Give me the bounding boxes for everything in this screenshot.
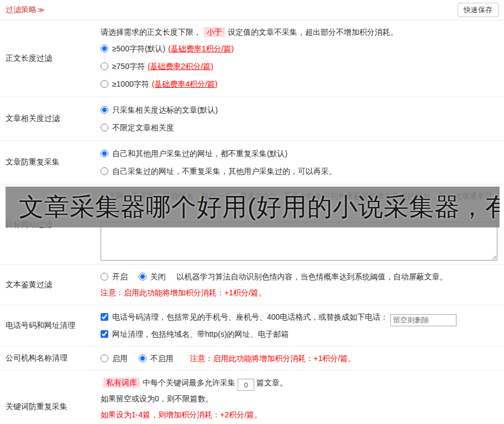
row-content-company-cleanup: 启用 不启用 注意：启用此功能将增加积分消耗：+1积分/篇。 (97, 347, 504, 370)
option-label: 自己和其他用户采集过的网址，都不重复采集(默认) (112, 149, 287, 158)
radio-porn-off[interactable] (139, 273, 146, 280)
filter-strategy-page: 过滤策略≫ 快速保存 正文长度过滤 请选择需求的正文长度下限，小于设定值的文章不… (0, 0, 504, 424)
url-cleanup-line: 网址清理，包括纯域名、带http(s)的网址、电子邮箱 (101, 326, 497, 342)
option-line: ≥1000字符(基础费率4积分/篇) (101, 75, 497, 93)
blocked-sites-textarea[interactable] (101, 222, 497, 261)
phone-cleanup-line: 电话号码清理，包括常见的手机号、座机号、400电话格式，或替换成如下电话： (101, 309, 497, 326)
option-length-750[interactable]: ≥750字符(基础费率2积分/篇) (101, 62, 213, 71)
option-label: 关闭 (150, 272, 166, 281)
porn-options-line: 开启 关闭 以机器学习算法自动识别色情内容，当色情概率达到系统阈值，自动屏蔽文章… (101, 269, 497, 285)
option-line: 只采集相关度达标的文章(默认) (101, 101, 497, 119)
keyword-note-zero: 如果留空或设为0，则不限篇数。 (101, 391, 497, 407)
row-label-keyword-dedup: 关键词防重复采集 (0, 371, 97, 424)
option-relevance-any[interactable]: 不限定文章相关度 (101, 123, 174, 132)
chevron-double-icon: ≫ (38, 6, 45, 14)
radio-relevance-strict[interactable] (101, 106, 108, 114)
row-content-body-length: 请选择需求的正文长度下限，小于设定值的文章不采集，超出部分不增加积分消耗。 ≥5… (97, 20, 504, 97)
option-label: 电话号码清理，包括常见的手机号、座机号、400电话格式，或替换成如下电话： (112, 312, 388, 321)
option-label: 启用 (112, 354, 128, 363)
row-label-relevance: 文章相关度过滤 (0, 97, 97, 140)
intro-text-pre: 请选择需求的正文长度下限， (101, 28, 201, 36)
row-company-name-cleanup: 公司机构名称清理 启用 不启用 注意：启用此功能将增加积分消耗：+1积分/篇。 (0, 347, 504, 371)
row-label-phone-cleanup: 电话号码和网址清理 (0, 305, 97, 346)
option-line: ≥750字符(基础费率2积分/篇) (101, 57, 497, 75)
option-line: 自己和其他用户采集过的网址，都不重复采集(默认) (101, 145, 497, 162)
radio-company-on[interactable] (101, 354, 108, 362)
quick-save-button[interactable]: 快速保存 (458, 3, 498, 17)
option-relevance-strict[interactable]: 只采集相关度达标的文章(默认) (101, 105, 218, 114)
option-line: 不限定文章相关度 (101, 119, 497, 136)
radio-length-500[interactable] (101, 45, 108, 52)
keyword-note-cost: 如果设为1-4篇，则增加积分消耗：+2积分/篇。 (101, 407, 497, 423)
checkbox-url-cleanup[interactable] (101, 330, 108, 338)
option-label: ≥500字符(默认) (112, 44, 165, 53)
option-label: ≥750字符 (112, 62, 145, 71)
option-line: 自己采集过的网址，不重复采集，其他用户采集过的，可以再采。 (101, 162, 497, 180)
option-dedup-own-only[interactable]: 自己采集过的网址，不重复采集，其他用户采集过的，可以再采。 (101, 167, 337, 176)
body-length-intro: 请选择需求的正文长度下限，小于设定值的文章不采集，超出部分不增加积分消耗。 (101, 24, 497, 40)
keyword-count-input[interactable] (238, 379, 254, 391)
row-body-length-filter: 正文长度过滤 请选择需求的正文长度下限，小于设定值的文章不采集，超出部分不增加积… (0, 20, 504, 97)
page-title[interactable]: 过滤策略≫ (6, 5, 45, 15)
radio-company-off[interactable] (139, 354, 146, 362)
option-company-on[interactable]: 启用 (101, 354, 130, 363)
row-phone-url-cleanup: 电话号码和网址清理 电话号码清理，包括常见的手机号、座机号、400电话格式，或替… (0, 305, 504, 347)
replacement-phone-input[interactable] (390, 314, 456, 326)
row-label-dedup: 文章防重复采集 (0, 141, 97, 184)
radio-dedup-global[interactable] (101, 150, 108, 157)
row-content-phone-cleanup: 电话号码清理，包括常见的手机号、座机号、400电话格式，或替换成如下电话： 网址… (97, 305, 504, 346)
page-title-text: 过滤策略 (6, 5, 36, 14)
option-length-500[interactable]: ≥500字符(默认)(基础费率1积分/篇) (101, 44, 234, 53)
option-label: 不限定文章相关度 (112, 123, 174, 132)
row-content-dedup: 自己和其他用户采集过的网址，都不重复采集(默认) 自己采集过的网址，不重复采集，… (97, 141, 504, 184)
radio-length-1000[interactable] (101, 80, 108, 88)
radio-dedup-own-only[interactable] (101, 167, 108, 175)
option-label: 只采集相关度达标的文章(默认) (112, 105, 218, 114)
radio-porn-on[interactable] (101, 273, 108, 280)
option-label: ≥1000字符 (112, 80, 149, 88)
keyword-limit-text: 中每个关键词最多允许采集 (143, 378, 235, 387)
row-content-keyword-dedup: 私有词库中每个关键词最多允许采集篇文章。 如果留空或设为0，则不限篇数。 如果设… (97, 371, 504, 424)
option-dedup-global[interactable]: 自己和其他用户采集过的网址，都不重复采集(默认) (101, 149, 287, 158)
private-lexicon-badge[interactable]: 私有词库 (103, 378, 140, 388)
fee-note: (基础费率1积分/篇) (168, 44, 234, 53)
option-length-1000[interactable]: ≥1000字符(基础费率4积分/篇) (101, 80, 218, 88)
watermark-text: 文章采集器哪个好用(好用的小说采集器，有 (6, 190, 500, 224)
checkbox-phone-cleanup[interactable] (101, 313, 108, 321)
row-relevance-filter: 文章相关度过滤 只采集相关度达标的文章(默认) 不限定文章相关度 (0, 97, 504, 141)
porn-cost-note: 注意：启用此功能将增加积分消耗：+1积分/篇。 (101, 285, 497, 301)
fee-note: (基础费率2积分/篇) (148, 62, 213, 71)
option-label: 自己采集过的网址，不重复采集，其他用户采集过的，可以再采。 (112, 167, 337, 176)
row-content-relevance: 只采集相关度达标的文章(默认) 不限定文章相关度 (97, 97, 504, 140)
option-label: 开启 (112, 272, 128, 281)
row-label-company-cleanup: 公司机构名称清理 (0, 347, 97, 370)
row-label-body-length: 正文长度过滤 (0, 20, 97, 97)
option-label: 网址清理，包括纯域名、带http(s)的网址、电子邮箱 (112, 330, 289, 338)
intro-highlight-less-than: 小于 (204, 27, 225, 37)
company-cost-note: 注意：启用此功能将增加积分消耗：+1积分/篇。 (190, 354, 356, 363)
page-header: 过滤策略≫ 快速保存 (0, 0, 504, 20)
row-keyword-dedup: 关键词防重复采集 私有词库中每个关键词最多允许采集篇文章。 如果留空或设为0，则… (0, 371, 504, 424)
row-content-porn: 开启 关闭 以机器学习算法自动识别色情内容，当色情概率达到系统阈值，自动屏蔽文章… (97, 265, 504, 305)
watermark-banner: 文章采集器哪个好用(好用的小说采集器，有 (6, 187, 500, 227)
option-url-cleanup[interactable]: 网址清理，包括纯域名、带http(s)的网址、电子邮箱 (101, 330, 289, 338)
row-porn-filter: 文本鉴黄过滤 开启 关闭 以机器学习算法自动识别色情内容，当色情概率达到系统阈值… (0, 265, 504, 305)
radio-relevance-any[interactable] (101, 124, 108, 131)
option-label: 不启用 (150, 354, 174, 363)
option-phone-cleanup[interactable]: 电话号码清理，包括常见的手机号、座机号、400电话格式，或替换成如下电话： (101, 312, 390, 321)
option-line: ≥500字符(默认)(基础费率1积分/篇) (101, 40, 497, 57)
intro-text-post: 设定值的文章不采集，超出部分不增加积分消耗。 (228, 28, 398, 36)
option-porn-off[interactable]: 关闭 (139, 272, 168, 281)
option-porn-on[interactable]: 开启 (101, 272, 130, 281)
porn-desc: 以机器学习算法自动识别色情内容，当色情概率达到系统阈值，自动屏蔽文章。 (177, 272, 448, 281)
keyword-limit-suffix: 篇文章。 (256, 378, 287, 387)
keyword-limit-line: 私有词库中每个关键词最多允许采集篇文章。 (101, 375, 497, 391)
row-dedup-collection: 文章防重复采集 自己和其他用户采集过的网址，都不重复采集(默认) 自己采集过的网… (0, 141, 504, 184)
fee-note: (基础费率4积分/篇) (152, 80, 218, 88)
company-options-line: 启用 不启用 注意：启用此功能将增加积分消耗：+1积分/篇。 (101, 351, 497, 367)
row-label-porn: 文本鉴黄过滤 (0, 265, 97, 305)
radio-length-750[interactable] (101, 62, 108, 70)
option-company-off[interactable]: 不启用 (139, 354, 176, 363)
